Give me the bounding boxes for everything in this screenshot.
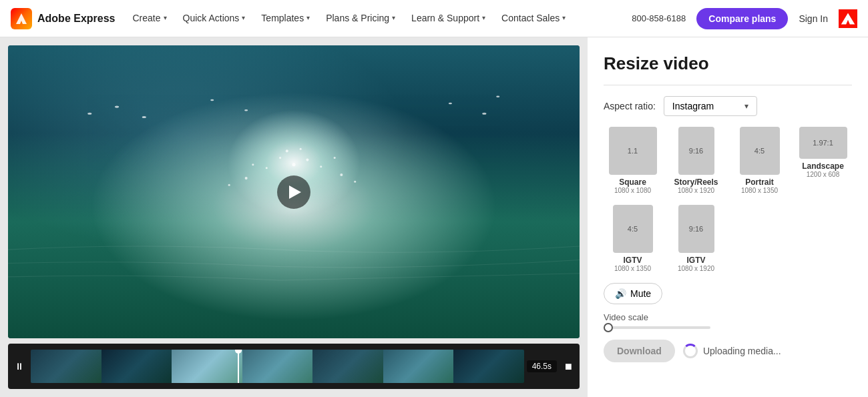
nav-create-chevron: ▾ [164, 14, 167, 21]
timeline-end-button[interactable]: ⏹ [560, 358, 577, 374]
nav-contact-chevron: ▾ [562, 14, 566, 21]
mute-button[interactable]: 🔊 Mute [604, 283, 662, 304]
format-card-portrait[interactable]: 4:5 Portrait 1080 x 1350 [730, 127, 789, 194]
format-name-story: Story/Reels [674, 177, 718, 187]
nav-learn-support[interactable]: Learn & Support ▾ [405, 0, 492, 37]
video-player[interactable] [8, 45, 580, 338]
format-name-landscape: Landscape [802, 161, 844, 171]
format-card-igtv-916[interactable]: 9:16 IGTV 1080 x 1920 [667, 205, 725, 272]
scale-slider-row [604, 326, 852, 329]
nav-plans-chevron: ▾ [392, 14, 395, 21]
timeline-track[interactable] [31, 350, 524, 383]
nav-quick-actions-chevron: ▾ [242, 14, 245, 21]
nav-contact-sales[interactable]: Contact Sales ▾ [495, 0, 572, 37]
format-thumb-igtv2: 9:16 [678, 205, 714, 253]
format-size-igtv1: 1080 x 1350 [614, 265, 651, 272]
timeline-pause-button[interactable]: ⏸ [11, 358, 28, 374]
video-area: ⏸ 46.5s ⏹ [0, 37, 588, 397]
timeline: ⏸ 46.5s ⏹ [8, 344, 580, 389]
aspect-ratio-row: Aspect ratio: Instagram ▾ [604, 96, 852, 116]
format-size-igtv2: 1080 x 1920 [678, 265, 714, 272]
format-size-portrait: 1080 x 1350 [741, 187, 778, 194]
format-name-igtv2: IGTV [686, 256, 705, 265]
format-size-landscape: 1200 x 608 [807, 171, 840, 178]
video-scale-label: Video scale [604, 312, 852, 322]
aspect-ratio-label: Aspect ratio: [604, 101, 656, 111]
resize-panel: Resize video Aspect ratio: Instagram ▾ 1… [588, 37, 868, 397]
format-thumb-igtv1: 4:5 [613, 205, 653, 253]
play-button[interactable] [277, 175, 310, 209]
format-thumb-square: 1.1 [609, 127, 657, 175]
panel-divider [604, 85, 852, 85]
timeline-frame-4 [242, 350, 313, 383]
format-size-square: 1080 x 1080 [614, 187, 651, 194]
nav-quick-actions[interactable]: Quick Actions ▾ [176, 0, 252, 37]
nav-learn-chevron: ▾ [482, 14, 485, 21]
aspect-ratio-select[interactable]: Instagram ▾ [664, 96, 757, 116]
play-icon [289, 185, 301, 199]
download-row: Download Uploading media... [604, 340, 852, 362]
timeline-frame-6 [383, 350, 454, 383]
format-card-story-reels[interactable]: 9:16 Story/Reels 1080 x 1920 [667, 127, 725, 194]
timeline-frame-2 [101, 350, 172, 383]
download-button[interactable]: Download [604, 340, 675, 362]
format-card-landscape[interactable]: 1.97:1 Landscape 1200 x 608 [794, 127, 852, 194]
timeline-frame-3 [172, 350, 242, 383]
timeline-frame-7 [453, 350, 524, 383]
sign-in-link[interactable]: Sign In [791, 13, 836, 24]
nav-templates[interactable]: Templates ▾ [254, 0, 316, 37]
format-grid-row1: 1.1 Square 1080 x 1080 9:16 Story/Reels … [604, 127, 852, 194]
phone-number: 800-858-6188 [624, 13, 694, 23]
uploading-status: Uploading media... [683, 344, 781, 358]
aspect-ratio-value: Instagram [672, 101, 739, 111]
panel-title: Resize video [604, 53, 852, 74]
upload-spinner [683, 344, 698, 358]
nav-create[interactable]: Create ▾ [126, 0, 173, 37]
format-name-square: Square [619, 177, 646, 187]
timeline-frame-5 [312, 350, 383, 383]
timeline-playhead[interactable] [238, 350, 239, 383]
format-grid-row2: 4:5 IGTV 1080 x 1350 9:16 IGTV 1080 x 19… [604, 205, 852, 272]
nav-templates-chevron: ▾ [306, 14, 310, 21]
navbar: Adobe Express Create ▾ Quick Actions ▾ T… [0, 0, 868, 37]
format-size-story: 1080 x 1920 [678, 187, 714, 194]
format-card-square[interactable]: 1.1 Square 1080 x 1080 [604, 127, 662, 194]
nav-plans-pricing[interactable]: Plans & Pricing ▾ [319, 0, 402, 37]
timeline-duration: 46.5s [527, 360, 557, 372]
timeline-frame-1 [31, 350, 101, 383]
video-scale-slider[interactable] [604, 326, 710, 329]
compare-plans-button[interactable]: Compare plans [696, 8, 788, 29]
format-thumb-landscape: 1.97:1 [799, 127, 847, 159]
brand-logo-link[interactable]: Adobe Express [11, 8, 115, 29]
adobe-logo-icon [839, 9, 857, 28]
format-name-portrait: Portrait [745, 177, 774, 187]
logo-icon [15, 12, 28, 25]
format-thumb-story: 9:16 [678, 127, 714, 175]
main-content: ⏸ 46.5s ⏹ Resize video Aspect [0, 37, 868, 397]
mute-icon: 🔊 [615, 288, 626, 299]
timeline-frames [31, 350, 524, 383]
mute-label: Mute [630, 288, 651, 299]
aspect-ratio-chevron: ▾ [744, 101, 748, 111]
uploading-label: Uploading media... [703, 346, 781, 356]
format-name-igtv1: IGTV [623, 256, 642, 265]
format-card-igtv-45[interactable]: 4:5 IGTV 1080 x 1350 [604, 205, 662, 272]
format-thumb-portrait: 4:5 [740, 127, 780, 175]
brand-name: Adobe Express [37, 13, 115, 25]
adobe-express-logo [11, 8, 32, 29]
